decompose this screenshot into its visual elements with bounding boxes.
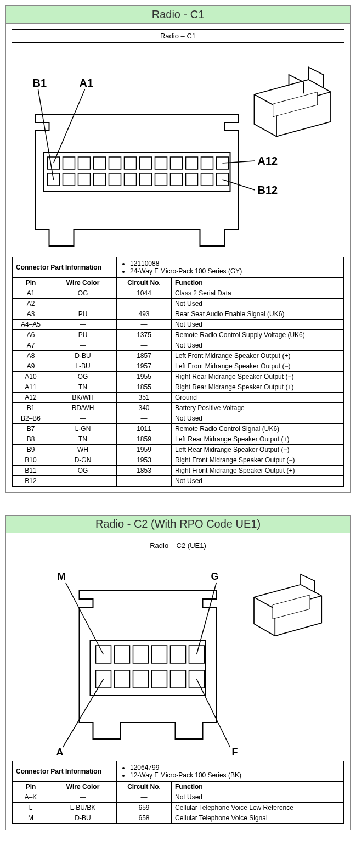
c1-cpi-item: 12110088 — [130, 260, 340, 267]
svg-rect-33 — [133, 646, 149, 663]
c1-diagram-title: Radio – C1 — [12, 30, 344, 43]
c2-cpi-label: Connector Part Information — [13, 761, 117, 782]
c2-label-f: F — [232, 747, 238, 758]
table-row: B7L-GN1011Remote Radio Control Signal (U… — [13, 424, 344, 434]
cell-circuit: — — [117, 413, 172, 424]
cell-func: Battery Positive Voltage — [172, 403, 344, 413]
cell-circuit: 1011 — [117, 424, 172, 434]
cell-circuit: — — [117, 476, 172, 486]
cell-circuit: 1953 — [117, 455, 172, 466]
cell-wire: PU — [49, 309, 117, 320]
svg-rect-23 — [201, 173, 213, 186]
cell-func: Not Used — [172, 476, 344, 486]
table-row: A11TN1855Right Rear Midrange Speaker Out… — [13, 382, 344, 393]
svg-rect-8 — [155, 157, 167, 169]
c1-diagram-box: Radio – C1 — [12, 29, 344, 487]
cell-func: Right Front Midrange Speaker Output (−) — [172, 455, 344, 466]
svg-rect-29 — [273, 92, 318, 117]
svg-rect-35 — [171, 646, 186, 663]
col-pin: Pin — [13, 782, 49, 792]
cell-pin: A6 — [13, 330, 49, 340]
svg-rect-15 — [78, 173, 91, 186]
table-row: MD-BU658Cellular Telephone Voice Signal — [13, 813, 344, 824]
cell-func: Cellular Telephone Voice Signal — [172, 813, 344, 824]
cell-wire: WH — [49, 445, 117, 455]
col-circuit: Circuit No. — [117, 782, 172, 792]
cell-pin: B9 — [13, 445, 49, 455]
cell-pin: A1 — [13, 288, 49, 299]
cell-circuit: 351 — [117, 393, 172, 403]
cell-circuit: 340 — [117, 403, 172, 413]
cell-wire: — — [49, 792, 117, 803]
c1-label-a12: A12 — [258, 155, 278, 167]
cell-wire: L-BU — [49, 361, 117, 372]
svg-line-45 — [63, 679, 104, 747]
cell-circuit: 1959 — [117, 445, 172, 455]
cell-wire: D-GN — [49, 455, 117, 466]
c1-table: Connector Part Information 12110088 24-W… — [12, 257, 344, 486]
cell-wire: — — [49, 340, 117, 351]
cell-circuit: — — [117, 792, 172, 803]
svg-rect-20 — [155, 173, 167, 186]
connector-c2-panel: Radio - C2 (With RPO Code UE1) Radio – C… — [5, 515, 351, 830]
cell-pin: A7 — [13, 340, 49, 351]
cell-pin: A12 — [13, 393, 49, 403]
table-row: B8TN1859Left Rear Midrange Speaker Outpu… — [13, 434, 344, 445]
cell-wire: OG — [49, 466, 117, 476]
cell-func: Not Used — [172, 413, 344, 424]
table-row: B1RD/WH340Battery Positive Voltage — [13, 403, 344, 413]
svg-rect-47 — [273, 595, 310, 619]
table-row: A2——Not Used — [13, 299, 344, 309]
cell-wire: OG — [49, 288, 117, 299]
cell-func: Remote Radio Control Signal (UK6) — [172, 424, 344, 434]
c1-label-b1: B1 — [33, 77, 47, 89]
cell-func: Not Used — [172, 299, 344, 309]
cell-pin: L — [13, 803, 49, 813]
svg-rect-7 — [140, 157, 152, 169]
cell-circuit: 1853 — [117, 466, 172, 476]
table-row: A4–A5——Not Used — [13, 320, 344, 330]
c2-label-m: M — [58, 571, 66, 582]
svg-rect-19 — [140, 173, 152, 186]
svg-line-44 — [197, 583, 217, 654]
c1-cpi-list: 12110088 24-Way F Micro-Pack 100 Series … — [130, 260, 340, 275]
cell-wire: L-BU/BK — [49, 803, 117, 813]
cell-func: Not Used — [172, 320, 344, 330]
cell-func: Rear Seat Audio Enable Signal (UK6) — [172, 309, 344, 320]
svg-rect-39 — [133, 670, 149, 688]
cell-wire: D-BU — [49, 813, 117, 824]
cell-pin: B7 — [13, 424, 49, 434]
c2-table: Connector Part Information 12064799 12-W… — [12, 761, 344, 824]
cell-func: Cellular Telephone Voice Low Reference — [172, 803, 344, 813]
svg-rect-10 — [186, 157, 198, 169]
table-row: B12——Not Used — [13, 476, 344, 486]
cell-wire: — — [49, 320, 117, 330]
cell-circuit: 1855 — [117, 382, 172, 393]
cell-wire: TN — [49, 382, 117, 393]
table-row: LL-BU/BK659Cellular Telephone Voice Low … — [13, 803, 344, 813]
cell-pin: A10 — [13, 372, 49, 382]
cell-pin: A4–A5 — [13, 320, 49, 330]
cell-pin: B11 — [13, 466, 49, 476]
cell-func: Class 2 Serial Data — [172, 288, 344, 299]
col-func: Function — [172, 782, 344, 792]
cell-pin: B2–B6 — [13, 413, 49, 424]
col-wire: Wire Color — [49, 782, 117, 792]
table-row: B10D-GN1953Right Front Midrange Speaker … — [13, 455, 344, 466]
c2-diagram-title: Radio – C2 (UE1) — [12, 539, 344, 552]
svg-rect-6 — [125, 157, 137, 169]
svg-rect-3 — [78, 157, 91, 169]
cell-circuit: 659 — [117, 803, 172, 813]
svg-rect-40 — [152, 670, 167, 688]
cell-circuit: 1859 — [117, 434, 172, 445]
c2-label-g: G — [211, 571, 219, 582]
cell-pin: B12 — [13, 476, 49, 486]
cell-func: Ground — [172, 393, 344, 403]
col-wire: Wire Color — [49, 278, 117, 288]
cell-pin: A–K — [13, 792, 49, 803]
cell-pin: A3 — [13, 309, 49, 320]
cell-pin: A9 — [13, 361, 49, 372]
cell-func: Right Rear Midrange Speaker Output (−) — [172, 372, 344, 382]
cell-func: Not Used — [172, 792, 344, 803]
svg-rect-11 — [201, 157, 213, 169]
